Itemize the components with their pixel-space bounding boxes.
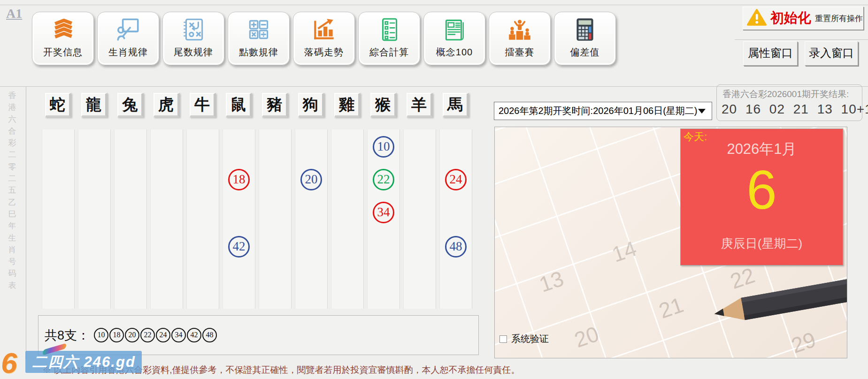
toolbar-label: 點數規律	[228, 46, 289, 59]
toolbar-label: 綜合計算	[359, 46, 420, 59]
zodiac-column-stripe	[150, 129, 183, 309]
number-ball-10: 10	[373, 136, 394, 158]
summary-ball-48: 48	[202, 328, 217, 342]
calendar-day: 6	[681, 163, 843, 217]
summary-label: 共8支：	[45, 327, 90, 344]
chevron-down-icon	[698, 109, 706, 114]
summary-balls: 1018202224344248	[94, 328, 218, 342]
toolbar-button-zodiac-rule[interactable]: 生肖规律	[97, 12, 159, 65]
zodiac-tile-monkey[interactable]: 猴	[370, 93, 397, 117]
zodiac-column-stripe	[223, 129, 255, 309]
today-calendar-card: 今天: 2026年1月 6 庚辰日(星期二)	[680, 129, 843, 265]
summary-ball-20: 20	[125, 328, 139, 342]
initialize-label: 初始化	[770, 9, 811, 28]
checkbox-label: 系统验证	[511, 333, 549, 345]
period-dropdown-value: 2026年第2期开奖时间:2026年01月06日(星期二)	[499, 102, 697, 120]
toolbar-button-draw-info[interactable]: 开奖信息	[32, 12, 94, 65]
zodiac-tile-ox[interactable]: 牛	[190, 93, 216, 117]
zodiac-tile-rat[interactable]: 鼠	[226, 93, 252, 117]
properties-window-button[interactable]: 属性窗口	[743, 41, 798, 66]
zodiac-tile-rooster[interactable]: 雞	[334, 93, 361, 117]
toolbar-label: 偏差值	[554, 46, 615, 59]
zodiac-column-stripe	[259, 129, 292, 309]
toolbar-label: 擂臺賽	[489, 46, 550, 59]
toolbar-button-deviation[interactable]: 偏差值	[554, 12, 616, 65]
zodiac-column-stripe	[331, 129, 364, 309]
number-ball-42: 42	[228, 236, 250, 258]
newspaper-icon	[441, 37, 468, 45]
calculator-icon	[571, 37, 599, 45]
toolbar-label: 落碼走勢	[293, 46, 354, 59]
toolbar-button-concept100[interactable]: 概念100	[423, 12, 485, 65]
period-dropdown[interactable]: 2026年第2期开奖时间:2026年01月06日(星期二)	[494, 102, 712, 120]
reset-all-label: 重置所有操作	[815, 13, 863, 24]
zodiac-tile-horse[interactable]: 馬	[443, 93, 469, 117]
number-ball-34: 34	[373, 202, 394, 223]
app-logo: A1	[6, 6, 22, 21]
summary-ball-22: 22	[140, 328, 155, 342]
top-divider	[0, 5, 868, 5]
summary-ball-18: 18	[109, 328, 124, 342]
pencil-image	[709, 273, 847, 334]
calendar-day-detail: 庚辰日(星期二)	[681, 235, 843, 252]
math-icon	[245, 37, 272, 45]
podium-icon	[506, 37, 533, 45]
zodiac-column-stripe	[114, 129, 147, 309]
summary-ball-42: 42	[187, 328, 201, 342]
presentation-icon	[115, 37, 142, 45]
app-window: A1 开奖信息 生肖规律 尾数规律 點數規律 落碼走勢 綜合計算 概念100 擂…	[0, 0, 868, 379]
draw-result-panel: 香港六合彩2026001期开奖结果: 20 16 02 21 13 10+14	[716, 84, 862, 121]
summary-ball-24: 24	[156, 328, 170, 342]
summary-ball-10: 10	[94, 328, 108, 342]
toolbar-button-points-rule[interactable]: 點數規律	[228, 12, 290, 65]
zodiac-tile-dragon[interactable]: 龍	[81, 93, 108, 117]
checklist-icon	[376, 37, 403, 45]
number-ball-18: 18	[228, 169, 250, 190]
zodiac-column-stripe	[295, 129, 328, 309]
watermark-6-logo: 6	[1, 346, 17, 379]
zodiac-tile-dog[interactable]: 狗	[298, 93, 324, 117]
watermark-banner: 二四六 246.gd	[25, 351, 142, 373]
zodiac-column-stripe	[186, 129, 219, 309]
zodiac-tile-snake[interactable]: 蛇	[45, 93, 71, 117]
zodiac-column-stripe	[403, 129, 436, 309]
entry-window-button[interactable]: 录入窗口	[805, 41, 858, 66]
toolbar-label: 生肖规律	[98, 46, 159, 59]
checkbox-box[interactable]	[499, 335, 507, 343]
summary-box: 共8支： 1018202224344248	[38, 315, 479, 355]
number-ball-22: 22	[373, 169, 394, 190]
toolbar-button-trend[interactable]: 落碼走勢	[293, 12, 355, 65]
zodiac-tile-pig[interactable]: 豬	[262, 93, 288, 117]
warning-icon	[747, 8, 767, 28]
draw-result-numbers: 20 16 02 21 13 10+14	[722, 102, 868, 117]
button-group-divider	[735, 39, 868, 40]
zodiac-column-stripe	[78, 129, 111, 309]
toolbar-button-arena[interactable]: 擂臺賽	[489, 12, 551, 65]
initialize-button[interactable]: 初始化 重置所有操作	[743, 7, 864, 30]
toolbar-label: 概念100	[424, 46, 485, 59]
system-verify-checkbox[interactable]: 系统验证	[499, 333, 549, 345]
panel-border	[26, 86, 26, 359]
toolbar-label: 尾数规律	[163, 46, 224, 59]
zodiac-tile-tiger[interactable]: 虎	[154, 93, 180, 117]
today-label: 今天:	[684, 130, 707, 144]
summary-ball-34: 34	[171, 328, 186, 342]
draw-result-title: 香港六合彩2026001期开奖结果:	[722, 88, 849, 100]
number-ball-24: 24	[445, 169, 467, 190]
strategy-icon	[180, 37, 207, 45]
books-icon	[49, 37, 77, 45]
toolbar-button-tail-rule[interactable]: 尾数规律	[162, 12, 224, 65]
chart-icon	[310, 37, 338, 45]
zodiac-tile-goat[interactable]: 羊	[407, 93, 433, 117]
number-ball-20: 20	[300, 169, 322, 190]
calendar-photo-panel: 141321222029 今天: 2026年1月 6 庚辰日(星期二) 系统验证	[494, 127, 847, 358]
zodiac-column-stripe	[42, 129, 75, 309]
vertical-page-title: 香港六合彩二零二五乙巳年生肖号码表	[6, 90, 18, 292]
toolbar-label: 开奖信息	[32, 46, 93, 59]
toolbar-button-calc[interactable]: 綜合計算	[358, 12, 420, 65]
number-ball-48: 48	[445, 236, 467, 258]
zodiac-column-stripe	[439, 129, 472, 309]
zodiac-tile-rabbit[interactable]: 兔	[117, 93, 144, 117]
